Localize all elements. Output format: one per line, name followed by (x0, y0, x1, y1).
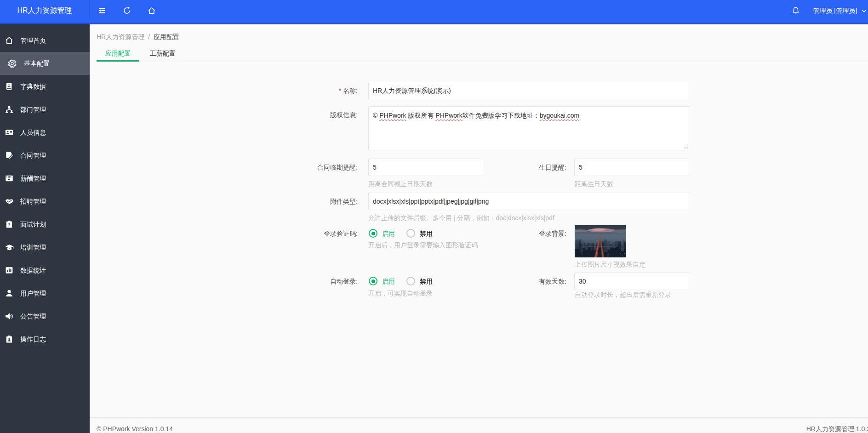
svg-text:?: ? (8, 222, 11, 227)
